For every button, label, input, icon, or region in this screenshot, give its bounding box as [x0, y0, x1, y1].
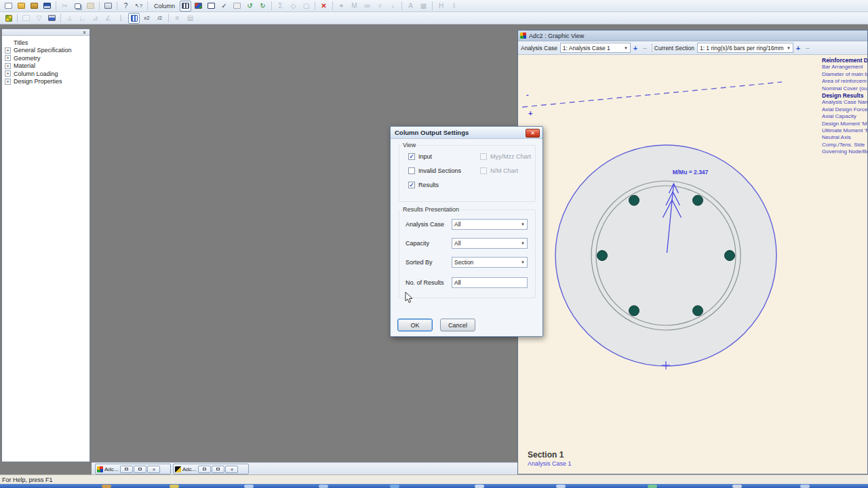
expand-icon[interactable]: + [5, 55, 11, 61]
table-icon[interactable]: ▤ [184, 13, 196, 24]
grid-table-icon[interactable]: ▦ [418, 1, 429, 12]
support-pinned-icon[interactable]: ∟ [77, 13, 88, 24]
support-angle-icon[interactable]: ∠ [102, 13, 114, 24]
tree-item-design-properties[interactable]: + Design Properties [5, 78, 90, 86]
checkbox-icon[interactable] [480, 167, 487, 174]
frame-view-icon[interactable] [205, 1, 217, 12]
add-analysis-case-button[interactable]: + [631, 44, 640, 52]
close-icon[interactable]: ✕ [147, 466, 160, 473]
info-item: Neutral Axis [822, 134, 867, 141]
expand-icon[interactable]: + [5, 63, 11, 69]
copy-icon[interactable] [72, 1, 83, 12]
scale-half-icon[interactable]: /2 [154, 13, 165, 24]
checkbox-icon[interactable] [408, 167, 415, 174]
cut-icon[interactable]: ✂ [59, 1, 71, 12]
analysis-case-dropdown[interactable]: 1: Analysis Case 1 ▼ [560, 43, 631, 53]
minimized-window-adc-graphic[interactable]: Adc... ✕ [173, 464, 249, 474]
context-help-icon[interactable]: ↖? [133, 1, 144, 12]
funnel-icon[interactable]: ▽ [33, 13, 45, 24]
close-icon[interactable]: ✕ [225, 466, 238, 473]
chart-view-icon[interactable] [193, 1, 204, 12]
tree-item-material[interactable]: + Material [5, 62, 90, 70]
column-grid-icon[interactable] [180, 1, 191, 12]
delete-icon[interactable]: ✕ [318, 1, 330, 12]
dialog-titlebar[interactable]: Column Output Settings [391, 127, 542, 139]
ok-button[interactable]: OK [397, 319, 433, 331]
node-icon[interactable] [20, 13, 32, 24]
expand-icon[interactable]: + [5, 79, 11, 85]
no-of-results-input[interactable] [452, 277, 528, 288]
support-fixed-icon[interactable]: ⊥ [64, 13, 75, 24]
mdi-workspace: x Titles + General Specification + Geome… [0, 24, 868, 474]
rows-icon[interactable]: ≡ [172, 13, 183, 24]
maximize-icon[interactable] [212, 466, 224, 473]
support-roller-icon[interactable]: ⊿ [90, 13, 101, 24]
help-icon[interactable]: ? [120, 1, 132, 12]
close-icon[interactable]: x [81, 30, 87, 35]
sorted-by-select[interactable]: Section ▼ [452, 257, 528, 268]
h-section-icon[interactable]: H [435, 1, 447, 12]
restore-icon[interactable] [120, 466, 133, 473]
tree-item-geometry[interactable]: + Geometry [5, 54, 90, 62]
remove-section-button[interactable]: − [803, 44, 812, 52]
find-icon[interactable]: M [349, 1, 360, 12]
toolbar-separator [332, 1, 333, 10]
new-icon[interactable] [3, 1, 14, 12]
adc-app-icon [97, 466, 103, 472]
tree-item-general-specification[interactable]: + General Specification [5, 47, 90, 55]
slope-icon[interactable]: // [374, 1, 386, 12]
analysis-case-select[interactable]: All ▼ [452, 219, 528, 230]
print-icon[interactable] [102, 1, 114, 12]
toolbar-separator [315, 1, 315, 10]
checkbox-input[interactable]: ✓ Input [408, 153, 432, 160]
checkbox-icon[interactable]: ✓ [408, 182, 415, 188]
bench-icon[interactable] [46, 13, 58, 24]
i-section-icon[interactable]: I [448, 1, 460, 12]
replace-icon[interactable]: ab [361, 1, 373, 12]
checkbox-nm-chart[interactable]: N/M Chart [480, 167, 518, 174]
cancel-button[interactable]: Cancel [440, 319, 475, 331]
minimized-window-adc-data[interactable]: Adc... ✕ [95, 464, 171, 474]
close-icon[interactable]: ✕ [526, 129, 540, 138]
checkbox-invalid-sections[interactable]: Invalid Sections [408, 167, 461, 174]
square-icon[interactable]: ▢ [300, 1, 312, 12]
save-icon[interactable] [41, 1, 53, 12]
expand-icon[interactable]: + [5, 47, 11, 54]
tools-icon[interactable]: ✦ [336, 1, 347, 12]
checkbox-myy-mzz-chart[interactable]: Myy/Mzz Chart [480, 153, 531, 160]
view-panes-icon[interactable] [3, 13, 14, 24]
checkbox-results[interactable]: ✓ Results [408, 182, 439, 188]
current-section-dropdown[interactable]: 1: 1 ring(s)/6 bars per ring/16mm bars/1… [697, 43, 793, 53]
expand-icon[interactable]: + [5, 70, 11, 77]
graphic-view-titlebar[interactable]: Adc2 : Graphic View [518, 30, 867, 41]
add-section-button[interactable]: + [793, 44, 803, 52]
open-recent-icon[interactable] [28, 1, 40, 12]
analyse-icon[interactable]: ↺ [244, 1, 256, 12]
validate-icon[interactable]: ✓ [218, 1, 230, 12]
status-bar: For Help, press F1 [0, 474, 868, 484]
checkbox-icon[interactable]: ✓ [408, 153, 415, 160]
snap-grid-icon[interactable] [128, 13, 140, 24]
font-icon[interactable]: A [405, 1, 416, 12]
tree-item-titles[interactable]: Titles [5, 39, 90, 47]
restore-icon[interactable] [198, 466, 211, 473]
maximize-icon[interactable] [134, 466, 146, 473]
down-arrow-icon[interactable]: ↓ [387, 1, 399, 12]
paste-icon[interactable] [85, 1, 96, 12]
neutral-axis-plus-label: + [528, 109, 532, 117]
scale-x2-icon[interactable]: x2 [141, 13, 153, 24]
info-item: Reinforcement De [822, 57, 867, 64]
open-icon[interactable] [16, 1, 27, 12]
graphic-view-canvas[interactable]: M/Mu = 2.347 - + Reinforcement De Bar Ar… [518, 55, 867, 474]
capacity-select[interactable]: All ▼ [452, 238, 528, 249]
checkbox-icon[interactable] [480, 153, 487, 160]
duplicate-icon[interactable] [231, 1, 243, 12]
toolbar-separator [56, 1, 56, 10]
diamond-icon[interactable]: ◇ [288, 1, 299, 12]
remove-analysis-case-button[interactable]: − [640, 44, 650, 52]
reanalyse-icon[interactable]: ↻ [257, 1, 269, 12]
tree-item-column-loading[interactable]: + Column Loading [5, 70, 90, 78]
support-spring-icon[interactable]: ⌊ [115, 13, 127, 24]
sum-icon[interactable]: Σ [275, 1, 286, 12]
toolbar-separator [401, 1, 402, 10]
